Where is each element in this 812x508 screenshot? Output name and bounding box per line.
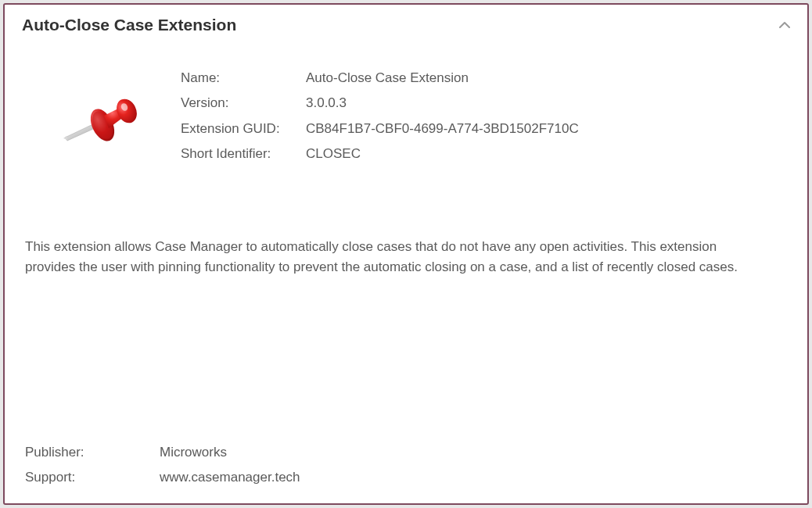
pushpin-icon [62, 97, 140, 157]
extension-details-panel: Auto-Close Case Extension [3, 3, 809, 505]
collapse-chevron-icon[interactable] [778, 18, 792, 32]
field-row-name: Name: Auto-Close Case Extension [181, 66, 792, 91]
support-value: www.casemanager.tech [160, 465, 300, 489]
fields-column: Name: Auto-Close Case Extension Version:… [181, 66, 792, 166]
version-value: 3.0.0.3 [306, 91, 347, 116]
description-text: This extension allows Case Manager to au… [5, 166, 771, 277]
publisher-label: Publisher: [25, 440, 160, 464]
publisher-value: Microworks [160, 440, 227, 464]
field-row-guid: Extension GUID: CB84F1B7-CBF0-4699-A774-… [181, 116, 792, 141]
info-section: Name: Auto-Close Case Extension Version:… [5, 42, 807, 166]
support-label: Support: [25, 465, 160, 489]
icon-column [20, 66, 181, 157]
shortid-label: Short Identifier: [181, 141, 306, 166]
shortid-value: CLOSEC [306, 141, 361, 166]
panel-header: Auto-Close Case Extension [5, 5, 807, 42]
guid-value: CB84F1B7-CBF0-4699-A774-3BD1502F710C [306, 116, 579, 141]
footer-row-publisher: Publisher: Microworks [25, 440, 300, 464]
version-label: Version: [181, 91, 306, 116]
panel-title: Auto-Close Case Extension [22, 16, 236, 34]
field-row-version: Version: 3.0.0.3 [181, 91, 792, 116]
guid-label: Extension GUID: [181, 116, 306, 141]
footer-section: Publisher: Microworks Support: www.casem… [25, 440, 300, 489]
footer-row-support: Support: www.casemanager.tech [25, 465, 300, 489]
field-row-shortid: Short Identifier: CLOSEC [181, 141, 792, 166]
name-label: Name: [181, 66, 306, 91]
name-value: Auto-Close Case Extension [306, 66, 469, 91]
